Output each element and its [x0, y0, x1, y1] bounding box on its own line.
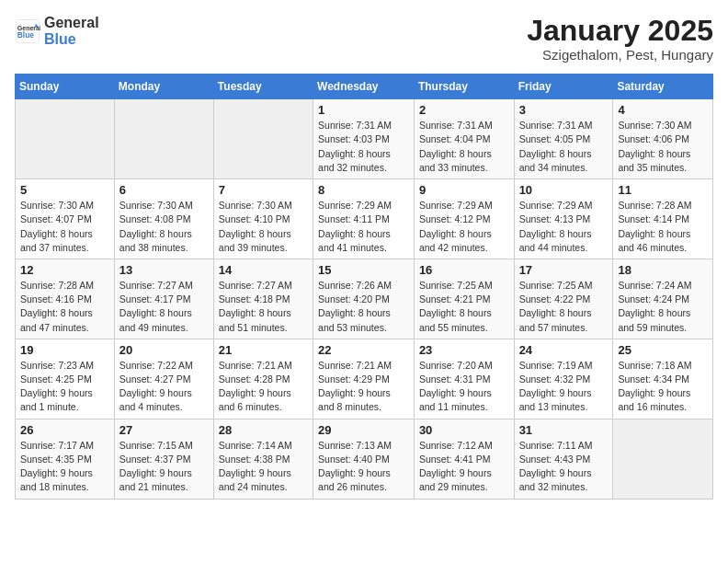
day-number: 26	[20, 423, 109, 437]
calendar-subtitle: Szigethalom, Pest, Hungary	[527, 47, 713, 63]
day-number: 6	[119, 183, 209, 197]
day-info: Sunrise: 7:31 AM Sunset: 4:03 PM Dayligh…	[318, 119, 409, 175]
logo-icon: General Blue	[15, 18, 40, 44]
calendar-cell: 13Sunrise: 7:27 AM Sunset: 4:17 PM Dayli…	[114, 259, 213, 339]
calendar-cell: 4Sunrise: 7:30 AM Sunset: 4:06 PM Daylig…	[613, 99, 713, 179]
week-row-5: 26Sunrise: 7:17 AM Sunset: 4:35 PM Dayli…	[16, 419, 713, 499]
calendar-cell: 29Sunrise: 7:13 AM Sunset: 4:40 PM Dayli…	[313, 419, 415, 499]
calendar-cell: 2Sunrise: 7:31 AM Sunset: 4:04 PM Daylig…	[414, 99, 514, 179]
day-info: Sunrise: 7:27 AM Sunset: 4:18 PM Dayligh…	[219, 279, 308, 335]
calendar-body: 1Sunrise: 7:31 AM Sunset: 4:03 PM Daylig…	[16, 99, 713, 499]
weekday-header-wednesday: Wednesday	[313, 75, 415, 99]
calendar-cell: 31Sunrise: 7:11 AM Sunset: 4:43 PM Dayli…	[514, 419, 613, 499]
calendar-table: SundayMondayTuesdayWednesdayThursdayFrid…	[15, 74, 713, 499]
day-number: 15	[318, 263, 409, 277]
logo-line1: General	[44, 15, 99, 31]
day-info: Sunrise: 7:29 AM Sunset: 4:12 PM Dayligh…	[419, 199, 509, 255]
calendar-cell: 9Sunrise: 7:29 AM Sunset: 4:12 PM Daylig…	[414, 179, 514, 259]
weekday-header-saturday: Saturday	[613, 75, 713, 99]
calendar-cell: 23Sunrise: 7:20 AM Sunset: 4:31 PM Dayli…	[414, 339, 514, 419]
logo-line2: Blue	[44, 31, 99, 48]
calendar-cell: 16Sunrise: 7:25 AM Sunset: 4:21 PM Dayli…	[414, 259, 514, 339]
day-info: Sunrise: 7:14 AM Sunset: 4:38 PM Dayligh…	[219, 439, 308, 495]
calendar-cell: 24Sunrise: 7:19 AM Sunset: 4:32 PM Dayli…	[514, 339, 613, 419]
day-number: 2	[419, 103, 509, 117]
calendar-cell: 15Sunrise: 7:26 AM Sunset: 4:20 PM Dayli…	[313, 259, 415, 339]
weekday-header-friday: Friday	[514, 75, 613, 99]
calendar-cell: 18Sunrise: 7:24 AM Sunset: 4:24 PM Dayli…	[613, 259, 713, 339]
day-number: 16	[419, 263, 509, 277]
day-number: 3	[519, 103, 609, 117]
calendar-title: January 2025	[527, 15, 713, 47]
week-row-3: 12Sunrise: 7:28 AM Sunset: 4:16 PM Dayli…	[16, 259, 713, 339]
day-number: 20	[119, 343, 209, 357]
day-number: 21	[219, 343, 308, 357]
day-number: 12	[20, 263, 109, 277]
week-row-2: 5Sunrise: 7:30 AM Sunset: 4:07 PM Daylig…	[16, 179, 713, 259]
day-info: Sunrise: 7:21 AM Sunset: 4:28 PM Dayligh…	[219, 359, 308, 415]
day-info: Sunrise: 7:22 AM Sunset: 4:27 PM Dayligh…	[119, 359, 209, 415]
day-number: 31	[519, 423, 609, 437]
day-info: Sunrise: 7:30 AM Sunset: 4:10 PM Dayligh…	[219, 199, 308, 255]
day-number: 30	[419, 423, 509, 437]
weekday-header-sunday: Sunday	[16, 75, 115, 99]
calendar-cell: 11Sunrise: 7:28 AM Sunset: 4:14 PM Dayli…	[613, 179, 713, 259]
day-info: Sunrise: 7:31 AM Sunset: 4:05 PM Dayligh…	[519, 119, 609, 175]
calendar-cell: 26Sunrise: 7:17 AM Sunset: 4:35 PM Dayli…	[16, 419, 115, 499]
weekday-header-thursday: Thursday	[414, 75, 514, 99]
day-info: Sunrise: 7:21 AM Sunset: 4:29 PM Dayligh…	[318, 359, 409, 415]
calendar-cell	[114, 99, 213, 179]
calendar-cell: 30Sunrise: 7:12 AM Sunset: 4:41 PM Dayli…	[414, 419, 514, 499]
day-number: 18	[618, 263, 708, 277]
page-header: General Blue General Blue January 2025 S…	[15, 15, 713, 63]
calendar-cell: 19Sunrise: 7:23 AM Sunset: 4:25 PM Dayli…	[16, 339, 115, 419]
calendar-cell: 1Sunrise: 7:31 AM Sunset: 4:03 PM Daylig…	[313, 99, 415, 179]
weekday-header-monday: Monday	[114, 75, 213, 99]
calendar-cell: 25Sunrise: 7:18 AM Sunset: 4:34 PM Dayli…	[613, 339, 713, 419]
calendar-cell: 27Sunrise: 7:15 AM Sunset: 4:37 PM Dayli…	[114, 419, 213, 499]
logo: General Blue General Blue	[15, 15, 99, 47]
calendar-cell	[613, 419, 713, 499]
day-info: Sunrise: 7:27 AM Sunset: 4:17 PM Dayligh…	[119, 279, 209, 335]
day-number: 5	[20, 183, 109, 197]
day-info: Sunrise: 7:28 AM Sunset: 4:14 PM Dayligh…	[618, 199, 708, 255]
day-number: 19	[20, 343, 109, 357]
day-info: Sunrise: 7:13 AM Sunset: 4:40 PM Dayligh…	[318, 439, 409, 495]
calendar-cell: 20Sunrise: 7:22 AM Sunset: 4:27 PM Dayli…	[114, 339, 213, 419]
day-number: 24	[519, 343, 609, 357]
day-number: 11	[618, 183, 708, 197]
day-info: Sunrise: 7:17 AM Sunset: 4:35 PM Dayligh…	[20, 439, 109, 495]
day-info: Sunrise: 7:26 AM Sunset: 4:20 PM Dayligh…	[318, 279, 409, 335]
day-info: Sunrise: 7:29 AM Sunset: 4:13 PM Dayligh…	[519, 199, 609, 255]
day-info: Sunrise: 7:23 AM Sunset: 4:25 PM Dayligh…	[20, 359, 109, 415]
day-info: Sunrise: 7:29 AM Sunset: 4:11 PM Dayligh…	[318, 199, 409, 255]
day-number: 10	[519, 183, 609, 197]
day-info: Sunrise: 7:25 AM Sunset: 4:22 PM Dayligh…	[519, 279, 609, 335]
calendar-cell: 12Sunrise: 7:28 AM Sunset: 4:16 PM Dayli…	[16, 259, 115, 339]
day-info: Sunrise: 7:31 AM Sunset: 4:04 PM Dayligh…	[419, 119, 509, 175]
day-info: Sunrise: 7:25 AM Sunset: 4:21 PM Dayligh…	[419, 279, 509, 335]
day-info: Sunrise: 7:20 AM Sunset: 4:31 PM Dayligh…	[419, 359, 509, 415]
day-number: 22	[318, 343, 409, 357]
day-info: Sunrise: 7:28 AM Sunset: 4:16 PM Dayligh…	[20, 279, 109, 335]
week-row-4: 19Sunrise: 7:23 AM Sunset: 4:25 PM Dayli…	[16, 339, 713, 419]
weekday-header-row: SundayMondayTuesdayWednesdayThursdayFrid…	[16, 75, 713, 99]
calendar-cell: 28Sunrise: 7:14 AM Sunset: 4:38 PM Dayli…	[213, 419, 313, 499]
day-info: Sunrise: 7:30 AM Sunset: 4:08 PM Dayligh…	[119, 199, 209, 255]
day-info: Sunrise: 7:24 AM Sunset: 4:24 PM Dayligh…	[618, 279, 708, 335]
calendar-header: SundayMondayTuesdayWednesdayThursdayFrid…	[16, 75, 713, 99]
calendar-cell: 3Sunrise: 7:31 AM Sunset: 4:05 PM Daylig…	[514, 99, 613, 179]
day-info: Sunrise: 7:30 AM Sunset: 4:06 PM Dayligh…	[618, 119, 708, 175]
day-number: 7	[219, 183, 308, 197]
calendar-cell	[213, 99, 313, 179]
day-number: 25	[618, 343, 708, 357]
day-info: Sunrise: 7:12 AM Sunset: 4:41 PM Dayligh…	[419, 439, 509, 495]
day-info: Sunrise: 7:18 AM Sunset: 4:34 PM Dayligh…	[618, 359, 708, 415]
calendar-cell: 10Sunrise: 7:29 AM Sunset: 4:13 PM Dayli…	[514, 179, 613, 259]
day-number: 13	[119, 263, 209, 277]
day-number: 28	[219, 423, 308, 437]
day-number: 29	[318, 423, 409, 437]
logo-text: General Blue	[44, 15, 99, 47]
calendar-cell: 14Sunrise: 7:27 AM Sunset: 4:18 PM Dayli…	[213, 259, 313, 339]
calendar-cell: 22Sunrise: 7:21 AM Sunset: 4:29 PM Dayli…	[313, 339, 415, 419]
